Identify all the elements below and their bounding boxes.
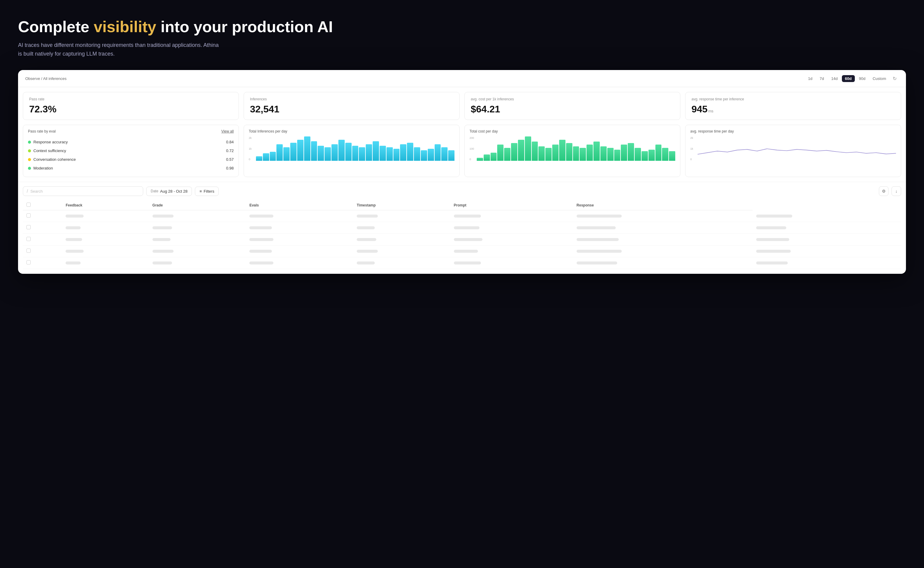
time-btn-90d[interactable]: 90d xyxy=(856,75,869,82)
cost-chart-card: Total cost per day 200 100 0 xyxy=(464,125,680,177)
response-time-line-area xyxy=(698,136,896,161)
inference-bar xyxy=(400,144,406,161)
inference-bar xyxy=(338,140,345,161)
skeleton-cell xyxy=(756,226,786,229)
filter-icon: ≡ xyxy=(199,189,202,193)
header-checkbox[interactable] xyxy=(26,202,31,207)
cost-chart-title: Total cost per day xyxy=(470,129,675,133)
skeleton-cell xyxy=(357,238,376,241)
cost-bar xyxy=(497,145,503,161)
inference-bar xyxy=(345,143,351,161)
skeleton-cell xyxy=(249,250,272,253)
date-label: Date xyxy=(151,189,158,193)
settings-icon-button[interactable]: ⚙ xyxy=(879,186,889,196)
cost-bar xyxy=(648,150,655,161)
inference-bar xyxy=(304,136,311,161)
cost-bar xyxy=(525,136,531,161)
table-header-row: Feedback Grade Evals Timestamp Prompt Re… xyxy=(23,200,901,210)
time-btn-1d[interactable]: 1d xyxy=(805,75,815,82)
download-icon-button[interactable]: ↓ xyxy=(892,186,901,196)
eval-score-moderation: 0.98 xyxy=(226,166,234,171)
table-row[interactable] xyxy=(23,234,901,246)
rt-y-1k: 1k xyxy=(690,147,696,150)
eval-dot-moderation xyxy=(28,167,31,170)
table-row[interactable] xyxy=(23,246,901,257)
inference-bar xyxy=(276,144,283,161)
table-row[interactable] xyxy=(23,210,901,222)
inference-bar xyxy=(311,141,317,161)
time-btn-60d[interactable]: 60d xyxy=(842,75,854,82)
filters-button[interactable]: ≡ Filters xyxy=(195,187,219,196)
eval-score-response-accuracy: 0.84 xyxy=(226,140,234,144)
breadcrumb: Observe / All inferences xyxy=(25,76,67,81)
stat-label-inferences: Inferences xyxy=(250,97,453,101)
skeleton-cell xyxy=(249,226,272,229)
date-range-value: Aug 28 - Oct 28 xyxy=(160,189,187,193)
inferences-bars-container xyxy=(256,136,454,161)
cost-bar xyxy=(621,145,627,161)
skeleton-cell xyxy=(65,215,83,218)
stat-label-cost: avg. cost per 1k inferences xyxy=(471,97,674,101)
inference-bar xyxy=(407,143,413,161)
skeleton-cell xyxy=(65,261,80,264)
col-checkbox xyxy=(23,200,62,210)
cost-bar xyxy=(491,153,497,161)
row-checkbox[interactable] xyxy=(26,213,31,218)
download-icon: ↓ xyxy=(895,189,898,193)
table-wrap: Feedback Grade Evals Timestamp Prompt Re… xyxy=(18,200,906,274)
cost-bar xyxy=(538,147,545,161)
cost-bar xyxy=(607,148,613,161)
table-row[interactable] xyxy=(23,222,901,234)
skeleton-cell xyxy=(249,261,273,264)
cost-bar xyxy=(559,140,565,161)
eval-dot-context-sufficiency xyxy=(28,150,31,153)
topbar: Observe / All inferences 1d 7d 14d 60d 9… xyxy=(18,70,906,87)
search-box[interactable]: / Search xyxy=(23,186,143,196)
cost-bar xyxy=(669,151,675,161)
table-body xyxy=(23,210,901,269)
inference-bar xyxy=(297,140,303,161)
rt-y-0: 0 xyxy=(690,158,696,161)
cost-bar xyxy=(600,147,607,161)
refresh-icon[interactable]: ↻ xyxy=(890,74,899,83)
inference-bar xyxy=(394,149,400,161)
inference-bar xyxy=(448,150,454,161)
eval-view-all-link[interactable]: View all xyxy=(221,129,234,133)
stat-label-pass-rate: Pass rate xyxy=(29,97,233,101)
filters-label: Filters xyxy=(204,189,214,193)
row-checkbox[interactable] xyxy=(26,237,31,241)
time-btn-14d[interactable]: 14d xyxy=(828,75,841,82)
eval-row-context-sufficiency: Context sufficiency 0.72 xyxy=(28,147,234,155)
time-btn-7d[interactable]: 7d xyxy=(816,75,827,82)
row-checkbox[interactable] xyxy=(26,260,31,264)
inference-bar xyxy=(256,156,262,161)
eval-dot-conversation-coherence xyxy=(28,158,31,161)
row-checkbox[interactable] xyxy=(26,249,31,253)
skeleton-cell xyxy=(454,215,481,218)
date-range-button[interactable]: Date Aug 28 - Oct 28 xyxy=(146,187,192,196)
skeleton-cell xyxy=(756,261,788,264)
time-filter-group: 1d 7d 14d 60d 90d Custom ↻ xyxy=(805,74,899,83)
cost-bar xyxy=(477,158,483,161)
inference-bar xyxy=(435,144,441,161)
row-checkbox[interactable] xyxy=(26,225,31,229)
skeleton-cell xyxy=(756,238,789,241)
inference-bar xyxy=(441,147,448,161)
eval-row-moderation: Moderation 0.98 xyxy=(28,164,234,172)
stat-value-inferences: 32,541 xyxy=(250,104,453,115)
cost-bar xyxy=(642,151,648,161)
filter-row: / Search Date Aug 28 - Oct 28 ≡ Filters … xyxy=(18,182,906,200)
time-btn-custom[interactable]: Custom xyxy=(869,75,889,82)
inference-bar xyxy=(386,147,393,161)
skeleton-cell xyxy=(756,215,792,218)
skeleton-cell xyxy=(65,250,83,253)
data-table: Feedback Grade Evals Timestamp Prompt Re… xyxy=(23,200,901,269)
table-row[interactable] xyxy=(23,257,901,269)
inference-bar xyxy=(373,141,379,161)
inferences-y-1k: 1k xyxy=(249,147,255,150)
eval-dot-response-accuracy xyxy=(28,140,31,144)
inference-bar xyxy=(428,149,434,161)
dashboard: Observe / All inferences 1d 7d 14d 60d 9… xyxy=(18,70,906,274)
cost-bar xyxy=(573,147,579,161)
stat-card-pass-rate: Pass rate 72.3% xyxy=(23,92,239,120)
